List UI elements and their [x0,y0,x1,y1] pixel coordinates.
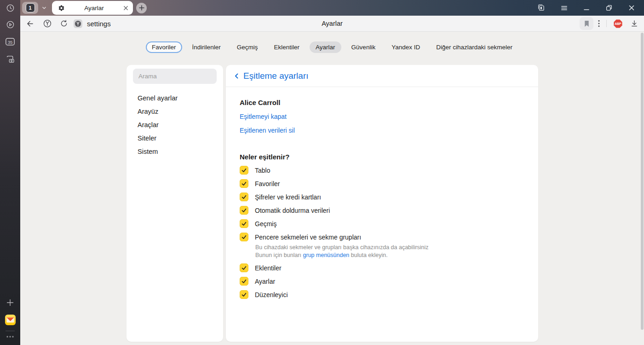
toolbar-divider [606,20,607,27]
checkbox-6[interactable] [240,263,248,272]
checkbox-label-4: Geçmiş [255,220,276,228]
sync-item-row-3: Otomatik doldurma verileri [240,204,524,217]
sync-settings-panel: Eşitleme ayarları Alice Carroll Eşitleme… [226,65,538,342]
bookmark-icon[interactable] [580,17,593,30]
settings-search[interactable] [133,69,217,84]
account-name: Alice Carroll [240,99,524,107]
svg-text:ABP: ABP [615,22,621,25]
search-input[interactable] [138,73,211,80]
history-clock-icon[interactable] [0,4,20,12]
checkbox-8[interactable] [240,290,248,299]
settings-nav-item-1[interactable]: Arayüz [126,105,223,118]
sync-item-description: Bu cihazdaki sekmeler ve grupları başka … [255,244,524,259]
checkbox-4[interactable] [240,219,248,228]
restore-window-icon[interactable] [605,4,613,12]
side-rail: 35 [0,0,20,345]
nav-tab-5[interactable]: Güvenlik [345,41,382,53]
settings-sidebar: Genel ayarlarArayüzAraçlarSitelerSistem [126,65,223,342]
toolbar-right: ABP [580,17,638,30]
yandex-mail-icon[interactable] [0,314,20,326]
svg-text:35: 35 [8,40,13,45]
nav-tab-4[interactable]: Ayarlar [310,41,341,53]
nav-tab-1[interactable]: İndirilenler [186,41,227,53]
sync-item-row-8: Düzenleyici [240,288,524,301]
page-scrollbar-thumb[interactable] [641,33,644,330]
refresh-icon[interactable] [60,19,68,28]
top-nav-tabs: FavorilerİndirilenlerGeçmişEklentilerAya… [20,41,644,53]
page-favicon [74,19,82,28]
nav-tab-2[interactable]: Geçmiş [231,41,264,53]
back-chevron-icon[interactable] [233,72,240,80]
settings-nav-list: Genel ayarlarArayüzAraçlarSitelerSistem [126,92,223,158]
checkbox-5[interactable] [240,233,248,241]
minimize-icon[interactable] [583,5,590,11]
checkbox-label-2: Şifreler ve kredi kartları [255,193,321,201]
sync-item-row-7: Ayarlar [240,275,524,288]
side-panel-icon[interactable] [537,4,545,12]
checkbox-7[interactable] [240,277,248,286]
rail-divider [6,331,15,331]
add-panel-icon[interactable] [0,298,20,307]
checkbox-label-0: Tablo [255,167,270,174]
page-title: Eşitleme ayarları [243,71,309,81]
checkbox-label-1: Favoriler [255,180,280,187]
settings-page: FavorilerİndirilenlerGeçmişEklentilerAya… [20,32,644,345]
tab-group-chevron-down-icon[interactable] [41,5,47,11]
settings-nav-item-2[interactable]: Araçlar [126,118,223,132]
url-text[interactable]: settings [87,20,111,28]
delete-synced-data-link[interactable]: Eşitlenen verileri sil [240,126,524,134]
omnibox-page-title: Ayarlar [322,20,343,27]
back-icon[interactable] [26,19,34,28]
yandex-button-icon[interactable] [43,19,52,28]
checkbox-2[interactable] [240,193,248,201]
checkbox-label-6: Eklentiler [255,264,282,272]
play-icon[interactable] [0,20,20,29]
settings-nav-item-4[interactable]: Sistem [126,145,223,158]
sync-settings-body: Alice Carroll Eşitlemeyi kapat Eşitlenen… [226,87,538,301]
sync-items-list: TabloFavorilerŞifreler ve kredi kartları… [240,164,524,301]
window-controls [537,4,644,12]
menu-hamburger-icon[interactable] [561,5,568,11]
more-options-icon[interactable] [0,335,20,339]
disable-sync-link[interactable]: Eşitlemeyi kapat [240,112,524,121]
section-title: Neler eşitlenir? [240,153,524,161]
checkbox-label-8: Düzenleyici [255,291,288,298]
new-tab-button[interactable] [136,3,147,13]
counter-badge[interactable]: 35 [0,37,20,46]
address-toolbar: settings Ayarlar ABP [20,16,644,32]
description-line-1: Bu cihazdaki sekmeler ve grupları başka … [255,244,524,251]
nav-tab-0[interactable]: Favoriler [146,41,182,53]
tab-strip: 1 Ayarlar [20,0,644,16]
adblock-extension-icon[interactable]: ABP [613,19,623,29]
extensions-kebab-icon[interactable] [598,20,600,27]
downloads-icon[interactable] [630,19,638,28]
sync-item-row-2: Şifreler ve kredi kartları [240,190,524,204]
tab-gear-icon [58,5,65,12]
checkbox-label-3: Otomatik doldurma verileri [255,207,330,214]
checkbox-label-7: Ayarlar [255,278,275,285]
tab-group-count: 1 [26,3,35,12]
sync-settings-header: Eşitleme ayarları [226,65,538,87]
nav-tab-7[interactable]: Diğer cihazlardaki sekmeler [430,41,518,53]
tab-title: Ayarlar [65,5,123,12]
settings-nav-item-0[interactable]: Genel ayarlar [126,92,223,105]
checkbox-3[interactable] [240,206,248,215]
sync-item-row-4: Geçmiş [240,217,524,230]
sync-item-row-5: Pencere sekmeleri ve sekme grupları [240,230,524,244]
sync-item-row-6: Eklentiler [240,261,524,275]
tab-group-chip[interactable]: 1 [22,2,38,14]
close-window-icon[interactable] [628,5,635,11]
sync-item-row-0: Tablo [240,164,524,177]
nav-tab-6[interactable]: Yandex ID [385,41,426,53]
group-menu-link[interactable]: grup menüsünden [303,252,350,258]
nav-tab-3[interactable]: Eklentiler [268,41,306,53]
checkbox-label-5: Pencere sekmeleri ve sekme grupları [255,234,361,241]
settings-nav-item-3[interactable]: Siteler [126,132,223,145]
checkbox-0[interactable] [240,166,248,175]
checkbox-1[interactable] [240,179,248,188]
description-line-2: Bunun için bunları grup menüsünden bulut… [255,251,524,259]
screenshot-icon[interactable] [0,54,20,64]
sync-item-row-1: Favoriler [240,177,524,190]
browser-tab[interactable]: Ayarlar [52,1,133,15]
tab-close-icon[interactable] [123,6,128,11]
